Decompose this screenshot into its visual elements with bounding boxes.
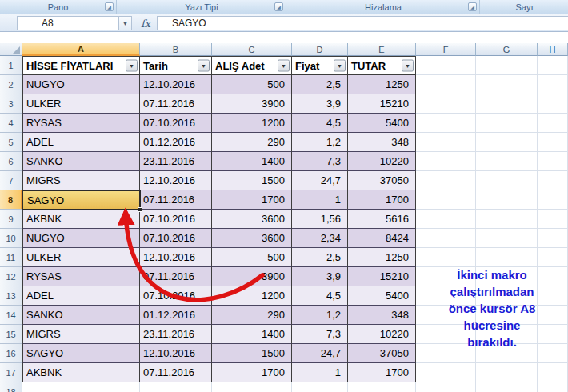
cell-B6[interactable]: 23.11.2016 [140,152,212,171]
cell-D4[interactable]: 4,5 [292,114,348,133]
cell-C13[interactable]: 1200 [212,286,292,306]
table-header-B[interactable]: Tarih▼ [140,56,212,75]
row-header-18[interactable]: 18 [0,382,22,392]
cell-B10[interactable]: 07.10.2016 [140,229,212,248]
formula-input[interactable]: SAGYO [157,16,568,30]
cell-E5[interactable]: 348 [348,133,416,152]
row-header-5[interactable]: 5 [0,133,22,152]
dialog-launcher-icon[interactable]: ◢ [105,2,114,11]
cell-H1[interactable] [538,56,568,75]
column-header-H[interactable]: H [538,43,568,56]
cell-B15[interactable]: 23.11.2016 [140,325,212,344]
cell-A4[interactable]: RYSAS [22,114,140,133]
row-header-8[interactable]: 8 [0,190,22,210]
cell-G17[interactable] [476,363,538,382]
cell-E11[interactable]: 1250 [348,248,416,267]
cell-F8[interactable] [416,190,476,210]
cell-B5[interactable]: 01.12.2016 [140,133,212,152]
cell-C14[interactable]: 290 [212,306,292,325]
cell-G5[interactable] [476,133,538,152]
column-header-G[interactable]: G [476,43,538,56]
cell-E9[interactable]: 5616 [348,210,416,229]
cell-F1[interactable] [416,56,476,75]
cell-F4[interactable] [416,114,476,133]
cell-B13[interactable]: 07.10.2016 [140,286,212,306]
cell-C16[interactable]: 1500 [212,344,292,363]
filter-button-A[interactable]: ▼ [126,60,138,72]
table-header-E[interactable]: TUTAR▼ [348,56,416,75]
column-header-F[interactable]: F [416,43,476,56]
cell-A10[interactable]: NUGYO [22,229,140,248]
cell-G3[interactable] [476,94,538,114]
cell-G6[interactable] [476,152,538,171]
cell-G2[interactable] [476,75,538,94]
cell-C17[interactable]: 1700 [212,363,292,382]
cell-C12[interactable]: 3900 [212,267,292,286]
cell-C10[interactable]: 3600 [212,229,292,248]
cell-A5[interactable]: ADEL [22,133,140,152]
cell-H18[interactable] [538,382,568,392]
cell-E10[interactable]: 8424 [348,229,416,248]
column-header-A[interactable]: A [22,43,140,56]
cell-D13[interactable]: 4,5 [292,286,348,306]
cell-E2[interactable]: 1250 [348,75,416,94]
cell-G4[interactable] [476,114,538,133]
cell-H8[interactable] [538,190,568,210]
row-header-13[interactable]: 13 [0,286,22,306]
filter-button-C[interactable]: ▼ [278,60,290,72]
cell-B4[interactable]: 07.10.2016 [140,114,212,133]
cell-H6[interactable] [538,152,568,171]
cell-D18[interactable] [292,382,348,392]
dialog-launcher-icon[interactable]: ◢ [274,2,283,11]
column-header-E[interactable]: E [348,43,416,56]
cell-D15[interactable]: 7,3 [292,325,348,344]
cell-F17[interactable] [416,363,476,382]
cell-B7[interactable]: 12.10.2016 [140,171,212,190]
cell-G18[interactable] [476,382,538,392]
cell-B17[interactable]: 07.11.2016 [140,363,212,382]
insert-function-fx-icon[interactable]: fx [138,16,154,30]
cell-A15[interactable]: MIGRS [22,325,140,344]
cell-A7[interactable]: MIGRS [22,171,140,190]
cell-C15[interactable]: 1400 [212,325,292,344]
cell-A16[interactable]: SAGYO [22,344,140,363]
cell-H4[interactable] [538,114,568,133]
row-header-4[interactable]: 4 [0,114,22,133]
cell-F7[interactable] [416,171,476,190]
cell-B11[interactable]: 12.10.2016 [140,248,212,267]
cell-F3[interactable] [416,94,476,114]
cell-D16[interactable]: 24,7 [292,344,348,363]
cell-F18[interactable] [416,382,476,392]
select-all-corner[interactable] [0,43,22,56]
cell-A14[interactable]: SANKO [22,306,140,325]
fill-handle[interactable] [138,207,142,212]
cell-G10[interactable] [476,229,538,248]
column-header-D[interactable]: D [292,43,348,56]
row-header-10[interactable]: 10 [0,229,22,248]
cell-A9[interactable]: AKBNK [22,210,140,229]
cell-H9[interactable] [538,210,568,229]
cell-D14[interactable]: 1,2 [292,306,348,325]
row-header-11[interactable]: 11 [0,248,22,267]
cell-F5[interactable] [416,133,476,152]
filter-button-D[interactable]: ▼ [334,60,346,72]
cell-D3[interactable]: 3,9 [292,94,348,114]
cell-A18[interactable] [22,382,140,392]
cell-G8[interactable] [476,190,538,210]
row-header-7[interactable]: 7 [0,171,22,190]
cell-B8[interactable]: 07.11.2016 [140,190,212,210]
cell-F2[interactable] [416,75,476,94]
cell-E18[interactable] [348,382,416,392]
cell-B3[interactable]: 07.11.2016 [140,94,212,114]
row-header-14[interactable]: 14 [0,306,22,325]
filter-button-E[interactable]: ▼ [402,60,414,72]
cell-B16[interactable]: 12.10.2016 [140,344,212,363]
cell-C2[interactable]: 500 [212,75,292,94]
name-box[interactable]: A8 [17,16,119,30]
cell-E4[interactable]: 5400 [348,114,416,133]
cell-C5[interactable]: 290 [212,133,292,152]
cell-B14[interactable]: 01.12.2016 [140,306,212,325]
cell-E8[interactable]: 1700 [348,190,416,210]
cell-B12[interactable]: 07.11.2016 [140,267,212,286]
cell-G7[interactable] [476,171,538,190]
